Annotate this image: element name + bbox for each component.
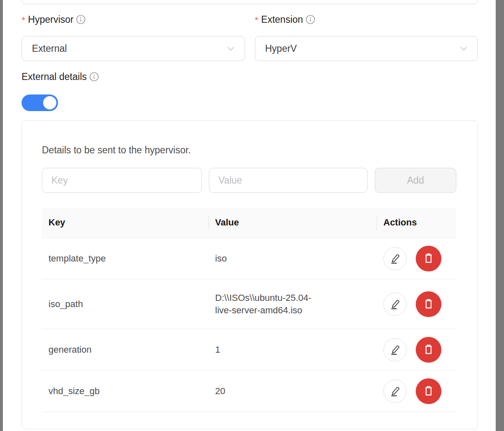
hypervisor-select-value: External xyxy=(32,43,67,54)
extension-select-value: HyperV xyxy=(265,43,297,54)
form-panel: * Hypervisor * Extension xyxy=(3,0,496,431)
external-details-toggle[interactable] xyxy=(22,94,58,111)
extension-select[interactable]: HyperV xyxy=(255,36,478,61)
kv-entry-row: Add xyxy=(42,168,458,193)
previous-field-partial[interactable] xyxy=(22,0,478,4)
kv-table: Key Value Actions template_type iso xyxy=(42,208,456,412)
row-key: template_type xyxy=(42,253,208,264)
trash-icon xyxy=(422,298,435,310)
value-input[interactable] xyxy=(209,168,368,193)
table-header-value: Value xyxy=(208,208,377,237)
extension-label: * Extension xyxy=(255,14,478,25)
required-asterisk: * xyxy=(255,15,259,26)
info-icon[interactable] xyxy=(76,15,86,24)
trash-icon xyxy=(422,344,435,356)
table-row: iso_path D:\\ISOs\\ubuntu-25.04-live-ser… xyxy=(42,279,456,329)
row-key: generation xyxy=(42,344,208,355)
table-header-actions: Actions xyxy=(377,208,456,237)
table-header-row: Key Value Actions xyxy=(42,208,456,238)
extension-label-text: Extension xyxy=(261,14,303,25)
delete-button[interactable] xyxy=(416,378,441,404)
edit-pencil-icon xyxy=(389,253,401,264)
field-selects-row: External HyperV xyxy=(22,36,478,61)
row-key: iso_path xyxy=(42,299,208,310)
edit-pencil-icon xyxy=(389,298,401,310)
edit-button[interactable] xyxy=(383,380,407,403)
edit-button[interactable] xyxy=(383,338,407,361)
key-input[interactable] xyxy=(42,168,202,193)
hypervisor-label-text: Hypervisor xyxy=(28,14,74,25)
info-icon[interactable] xyxy=(89,72,99,82)
delete-button[interactable] xyxy=(416,246,441,271)
row-value: D:\\ISOs\\ubuntu-25.04-live-server-amd64… xyxy=(208,292,377,317)
window-edge-right xyxy=(496,0,504,431)
delete-button[interactable] xyxy=(416,291,441,317)
row-actions xyxy=(377,337,456,363)
edit-pencil-icon xyxy=(389,344,401,356)
row-actions xyxy=(377,291,456,317)
trash-icon xyxy=(422,385,435,397)
row-actions xyxy=(377,246,456,271)
external-details-card: Details to be sent to the hypervisor. Ad… xyxy=(22,120,478,429)
row-value: 20 xyxy=(208,385,377,397)
toggle-knob xyxy=(43,96,56,109)
row-value: 1 xyxy=(208,344,377,356)
info-icon[interactable] xyxy=(305,15,315,24)
chevron-down-icon xyxy=(458,43,469,54)
card-description: Details to be sent to the hypervisor. xyxy=(42,144,458,156)
edit-button[interactable] xyxy=(383,293,407,316)
trash-icon xyxy=(422,252,435,265)
table-header-key: Key xyxy=(42,208,208,237)
row-key: vhd_size_gb xyxy=(42,386,208,397)
external-details-label-text: External details xyxy=(22,71,87,82)
add-button[interactable]: Add xyxy=(375,168,456,193)
field-labels-row: * Hypervisor * Extension xyxy=(22,14,478,25)
edit-pencil-icon xyxy=(389,385,401,397)
external-details-label: External details xyxy=(22,71,478,82)
hypervisor-select[interactable]: External xyxy=(22,36,245,61)
table-row: template_type iso xyxy=(42,238,456,279)
table-body: template_type iso xyxy=(42,238,456,412)
row-value: iso xyxy=(208,252,377,265)
edit-button[interactable] xyxy=(383,247,407,270)
table-row: generation 1 xyxy=(42,329,456,370)
required-asterisk: * xyxy=(22,15,25,26)
delete-button[interactable] xyxy=(416,337,441,363)
table-row: vhd_size_gb 20 xyxy=(42,370,456,412)
window-edge-left xyxy=(0,0,3,431)
chevron-down-icon xyxy=(225,43,236,54)
row-actions xyxy=(377,378,456,404)
hypervisor-label: * Hypervisor xyxy=(22,14,245,25)
